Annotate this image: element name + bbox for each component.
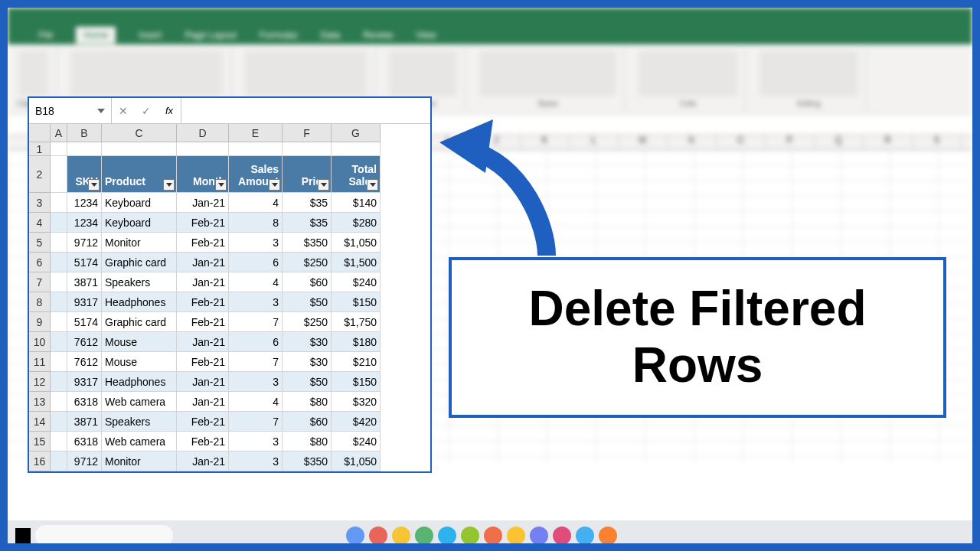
cell-total[interactable]: $1,050 — [332, 452, 381, 471]
cell-product[interactable]: Keyboard — [102, 213, 177, 233]
cell-price[interactable]: $35 — [283, 193, 332, 213]
cell-product[interactable]: Keyboard — [102, 193, 177, 213]
tab-data[interactable]: Data — [321, 30, 340, 41]
cell-amount[interactable]: 7 — [229, 412, 283, 432]
taskbar-app-icon[interactable] — [438, 527, 456, 545]
taskbar-app-icon[interactable] — [530, 527, 548, 545]
taskbar-app-icon[interactable] — [553, 527, 571, 545]
filter-dropdown-icon[interactable] — [367, 179, 378, 191]
row-header[interactable]: 15 — [29, 432, 51, 452]
cell[interactable] — [51, 332, 67, 352]
cell-month[interactable]: Feb-21 — [177, 412, 229, 432]
cell[interactable] — [283, 142, 332, 156]
column-header[interactable]: E — [229, 124, 283, 142]
cell-sku[interactable]: 9317 — [67, 292, 102, 312]
cell-month[interactable]: Jan-21 — [177, 372, 229, 392]
cell-price[interactable]: $30 — [283, 332, 332, 352]
cell-amount[interactable]: 3 — [229, 432, 283, 452]
table-header[interactable]: Month — [177, 156, 229, 193]
cell[interactable] — [67, 142, 102, 156]
cell[interactable] — [51, 452, 67, 471]
cell[interactable] — [51, 352, 67, 372]
filter-dropdown-icon[interactable] — [215, 179, 227, 191]
cell-sku[interactable]: 1234 — [67, 193, 102, 213]
row-header[interactable]: 11 — [29, 352, 51, 372]
cell-total[interactable]: $210 — [332, 352, 381, 372]
cell-total[interactable]: $420 — [332, 412, 381, 432]
row-header[interactable]: 16 — [29, 452, 51, 471]
row-header[interactable]: 2 — [29, 156, 51, 193]
cell-price[interactable]: $60 — [283, 272, 332, 292]
name-box-dropdown-icon[interactable] — [94, 101, 108, 120]
row-header[interactable]: 5 — [29, 233, 51, 253]
cell-total[interactable]: $280 — [332, 213, 381, 233]
cell-month[interactable]: Jan-21 — [177, 272, 229, 292]
row-header[interactable]: 4 — [29, 213, 51, 233]
cell-sku[interactable]: 5174 — [67, 312, 102, 332]
row-header[interactable]: 9 — [29, 312, 51, 332]
cell[interactable] — [51, 412, 67, 432]
cell-month[interactable]: Jan-21 — [177, 193, 229, 213]
filter-dropdown-icon[interactable] — [269, 179, 280, 191]
cell-sku[interactable]: 9317 — [67, 372, 102, 392]
cell-amount[interactable]: 4 — [229, 272, 283, 292]
cell-product[interactable]: Graphic card — [102, 253, 177, 272]
cell[interactable] — [51, 272, 67, 292]
cell[interactable] — [51, 392, 67, 412]
cell-month[interactable]: Feb-21 — [177, 292, 229, 312]
tab-insert[interactable]: Insert — [139, 30, 162, 41]
cell-price[interactable]: $350 — [283, 233, 332, 253]
cell-amount[interactable]: 6 — [229, 253, 283, 272]
table-header[interactable]: Sales Amount — [229, 156, 283, 193]
cell-product[interactable]: Headphones — [102, 292, 177, 312]
taskbar-app-icon[interactable] — [484, 527, 502, 545]
cell[interactable] — [51, 292, 67, 312]
cell-sku[interactable]: 5174 — [67, 253, 102, 272]
cell-amount[interactable]: 7 — [229, 312, 283, 332]
cell-product[interactable]: Web camera — [102, 432, 177, 452]
cell-total[interactable]: $1,500 — [332, 253, 381, 272]
cell-price[interactable]: $60 — [283, 412, 332, 432]
column-header[interactable]: F — [283, 124, 332, 142]
row-header[interactable]: 1 — [29, 142, 51, 156]
taskbar-app-icon[interactable] — [461, 527, 479, 545]
row-header[interactable]: 10 — [29, 332, 51, 352]
table-header[interactable]: Product — [102, 156, 177, 193]
cell-sku[interactable]: 9712 — [67, 452, 102, 471]
cell[interactable] — [51, 193, 67, 213]
cell-total[interactable]: $140 — [332, 193, 381, 213]
cell-product[interactable]: Speakers — [102, 272, 177, 292]
cell[interactable] — [51, 156, 67, 193]
column-header[interactable]: C — [102, 124, 177, 142]
tab-formulas[interactable]: Formulas — [260, 30, 298, 41]
taskbar-search[interactable] — [35, 525, 173, 546]
cell-total[interactable]: $1,050 — [332, 233, 381, 253]
cell[interactable] — [229, 142, 283, 156]
filter-dropdown-icon[interactable] — [163, 179, 175, 191]
cell-amount[interactable]: 8 — [229, 213, 283, 233]
cell-price[interactable]: $250 — [283, 312, 332, 332]
table-header[interactable]: Total Sales — [332, 156, 381, 193]
filter-dropdown-icon[interactable] — [318, 179, 329, 191]
table-header[interactable]: Price — [283, 156, 332, 193]
cell-price[interactable]: $50 — [283, 372, 332, 392]
cell-product[interactable]: Speakers — [102, 412, 177, 432]
taskbar-app-icon[interactable] — [392, 527, 410, 545]
cell-sku[interactable]: 3871 — [67, 412, 102, 432]
tab-home[interactable]: Home — [76, 27, 116, 44]
cell-price[interactable]: $30 — [283, 352, 332, 372]
filter-dropdown-icon[interactable] — [88, 179, 100, 191]
cell-month[interactable]: Feb-21 — [177, 352, 229, 372]
taskbar-app-icon[interactable] — [599, 527, 617, 545]
cell-month[interactable]: Jan-21 — [177, 253, 229, 272]
formula-accept-icon[interactable]: ✓ — [135, 105, 158, 117]
cell-price[interactable]: $80 — [283, 432, 332, 452]
cell-sku[interactable]: 7612 — [67, 332, 102, 352]
taskbar-app-icon[interactable] — [346, 527, 364, 545]
fx-icon[interactable]: fx — [158, 105, 181, 116]
cell-month[interactable]: Jan-21 — [177, 332, 229, 352]
tab-view[interactable]: View — [416, 30, 436, 41]
cell-total[interactable]: $150 — [332, 292, 381, 312]
formula-input[interactable] — [181, 98, 430, 123]
cell-product[interactable]: Graphic card — [102, 312, 177, 332]
